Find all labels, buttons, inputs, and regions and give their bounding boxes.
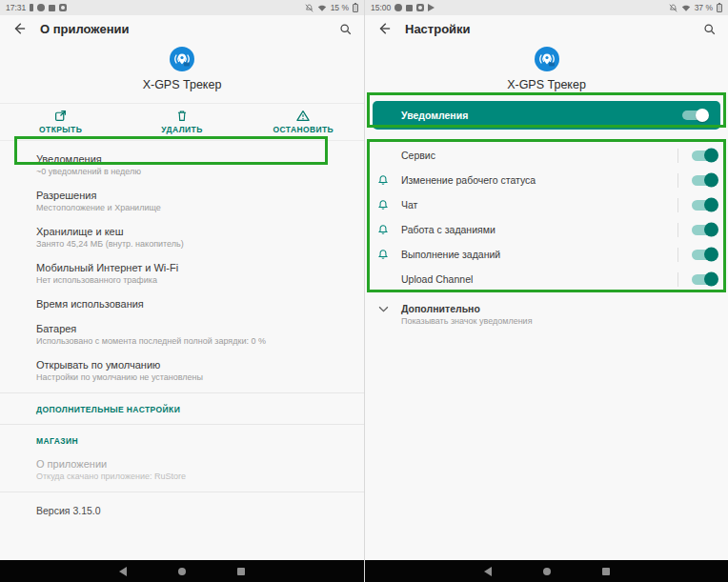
section-advanced-settings[interactable]: ДОПОЛНИТЕЛЬНЫЕ НАСТРОЙКИ <box>0 397 364 420</box>
status-bar: 17:31 15 % <box>0 0 364 15</box>
list-item-storage[interactable]: Хранилище и кеш Занято 45,24 МБ (внутр. … <box>0 219 364 255</box>
app-actions: ОТКРЫТЬ УДАЛИТЬ ОСТАНОВИТЬ <box>0 103 364 141</box>
channel-row-task-work[interactable]: Работа с заданиями <box>365 217 728 242</box>
status-battery-percent: 37 % <box>695 3 713 12</box>
list-item-screen-time[interactable]: Время использования <box>0 291 364 316</box>
section-store: МАГАЗИН <box>0 429 364 452</box>
nav-home-icon[interactable] <box>543 568 551 575</box>
status-notification-icon <box>416 4 424 11</box>
list-item-permissions[interactable]: Разрешения Местоположение и Хранилище <box>0 183 364 219</box>
bell-icon <box>365 174 401 186</box>
divider <box>677 173 678 188</box>
mute-icon <box>305 4 313 12</box>
item-title: Уведомления <box>36 153 349 165</box>
nav-back-icon[interactable] <box>484 568 492 575</box>
nav-home-icon[interactable] <box>178 568 186 575</box>
screen-app-info: 17:31 15 % О приложении <box>0 0 364 582</box>
app-version: Версия 3.15.0 <box>0 496 364 525</box>
channel-label: Upload Channel <box>401 273 677 285</box>
battery-icon <box>717 4 722 12</box>
search-icon[interactable] <box>337 21 353 36</box>
item-title: Время использования <box>36 298 349 310</box>
channel-label: Сервис <box>401 150 677 161</box>
bell-icon <box>365 199 401 211</box>
channel-row-status-change[interactable]: Изменение рабочего статуса <box>365 168 728 192</box>
item-subtitle: Откуда скачано приложение: RuStore <box>36 472 349 481</box>
list-item-open-by-default[interactable]: Открывать по умолчанию Настройки по умол… <box>0 352 364 389</box>
uninstall-button-label: УДАЛИТЬ <box>161 125 202 134</box>
open-button[interactable]: ОТКРЫТЬ <box>0 104 121 140</box>
advanced-subtitle: Показывать значок уведомления <box>401 316 533 326</box>
channel-row-chat[interactable]: Чат <box>365 192 728 217</box>
notifications-master-row[interactable]: Уведомления <box>373 101 720 130</box>
bell-icon <box>365 249 401 260</box>
chevron-down-icon <box>365 303 401 326</box>
nav-recents-icon[interactable] <box>602 568 610 575</box>
page-title: Настройки <box>405 22 688 36</box>
status-bar: 15:00 37 % <box>365 0 728 15</box>
divider <box>0 492 364 492</box>
item-title: Разрешения <box>36 190 349 201</box>
channel-label: Работа с заданиями <box>401 224 677 235</box>
channel-label: Выполнение заданий <box>401 249 677 260</box>
item-subtitle: ~0 уведомлений в неделю <box>36 167 349 176</box>
divider <box>0 392 364 393</box>
channel-row-task-completion[interactable]: Выполнение заданий <box>365 242 728 267</box>
list-item-store-info: О приложении Откуда скачано приложение: … <box>0 452 364 488</box>
uninstall-button[interactable]: УДАЛИТЬ <box>121 104 242 140</box>
item-subtitle: Местоположение и Хранилище <box>36 203 349 212</box>
channel-toggle[interactable] <box>692 175 717 186</box>
channel-row-upload[interactable]: Upload Channel <box>365 267 728 291</box>
status-battery-percent: 15 % <box>331 3 349 12</box>
status-notification-icon <box>30 4 33 11</box>
status-notification-icon <box>406 5 413 11</box>
battery-icon <box>353 4 358 12</box>
settings-list: Уведомления ~0 уведомлений в неделю Разр… <box>0 141 364 525</box>
advanced-expander[interactable]: Дополнительно Показывать значок уведомле… <box>365 291 728 326</box>
force-stop-button[interactable]: ОСТАНОВИТЬ <box>243 104 364 140</box>
divider <box>677 223 678 237</box>
back-icon[interactable] <box>376 21 392 36</box>
app-icon <box>169 46 195 72</box>
item-title: О приложении <box>36 458 349 470</box>
nav-recents-icon[interactable] <box>237 568 245 575</box>
divider <box>677 272 678 287</box>
channel-label: Изменение рабочего статуса <box>401 174 677 186</box>
divider <box>677 198 678 212</box>
item-subtitle: Занято 45,24 МБ (внутр. накопитель) <box>36 239 349 249</box>
list-item-notifications[interactable]: Уведомления ~0 уведомлений в неделю <box>0 147 364 183</box>
open-in-new-icon <box>54 110 67 122</box>
wifi-icon <box>317 4 327 12</box>
navigation-bar <box>365 560 728 582</box>
list-item-data-usage[interactable]: Мобильный Интернет и Wi-Fi Нет использов… <box>0 255 364 291</box>
warning-triangle-icon <box>296 110 310 122</box>
channel-toggle[interactable] <box>692 274 717 285</box>
channel-toggle[interactable] <box>692 250 717 260</box>
channel-row-service[interactable]: Сервис <box>365 143 728 168</box>
item-subtitle: Использовано с момента последней полной … <box>36 336 349 346</box>
status-notification-icon <box>37 4 45 11</box>
app-bar: О приложении <box>0 15 364 42</box>
item-title: Батарея <box>36 323 349 334</box>
divider <box>677 149 678 163</box>
nav-back-icon[interactable] <box>119 568 127 575</box>
list-item-battery[interactable]: Батарея Использовано с момента последней… <box>0 316 364 352</box>
app-hero: X-GPS Трекер <box>0 42 364 91</box>
channel-toggle[interactable] <box>692 225 717 235</box>
notifications-master-toggle[interactable] <box>682 110 707 120</box>
channel-toggle[interactable] <box>692 151 717 161</box>
notifications-master-label: Уведомления <box>401 110 682 121</box>
item-title: Мобильный Интернет и Wi-Fi <box>36 262 349 273</box>
bell-icon <box>365 224 401 235</box>
app-icon <box>534 46 560 72</box>
status-time: 17:31 <box>6 3 26 12</box>
force-stop-button-label: ОСТАНОВИТЬ <box>273 125 334 134</box>
open-button-label: ОТКРЫТЬ <box>39 125 82 134</box>
trash-icon <box>176 110 188 122</box>
search-icon[interactable] <box>701 21 717 36</box>
screen-notification-settings: 15:00 37 % Настройки <box>364 0 728 582</box>
wifi-icon <box>681 4 691 12</box>
status-notification-icon <box>59 4 67 11</box>
channel-toggle[interactable] <box>692 200 717 211</box>
back-icon[interactable] <box>11 21 27 36</box>
